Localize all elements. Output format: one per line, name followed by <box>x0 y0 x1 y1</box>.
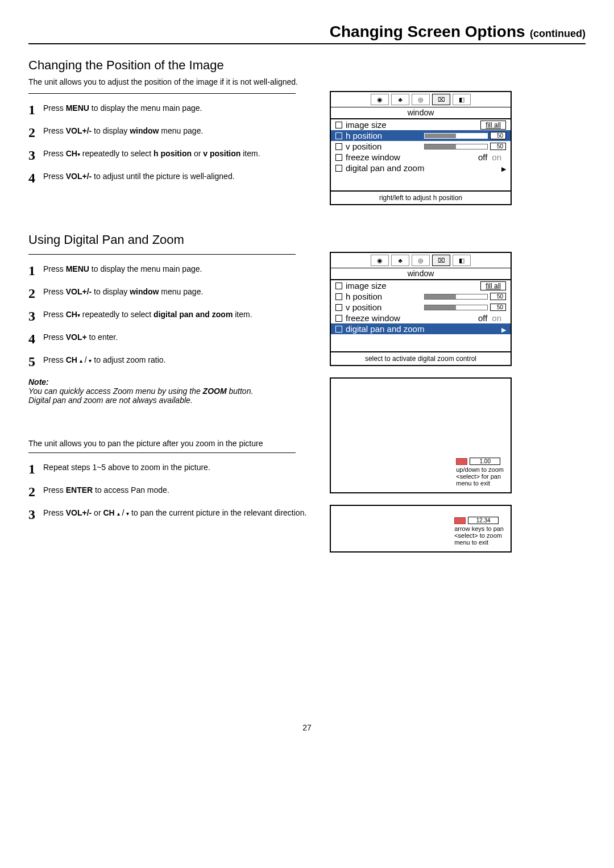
step: 2 Press VOL+/- to display window menu pa… <box>28 126 307 139</box>
step-text: Press VOL+/- to adjust until the picture… <box>43 171 235 182</box>
step: 2 Press VOL+/- to display window menu pa… <box>28 286 307 300</box>
page-header: Changing Screen Options (continued) <box>28 23 586 44</box>
osd-bullet-icon <box>335 315 342 322</box>
step-text: Press ENTER to access Pan mode. <box>43 485 169 496</box>
osd-row-image-size: image size fill all <box>331 280 511 291</box>
page-title: Changing Screen Options <box>330 23 525 40</box>
osd-slider <box>424 144 488 149</box>
zoom-value: 12.34 <box>468 517 499 524</box>
osd-bullet-icon <box>335 283 342 289</box>
step-number: 1 <box>28 462 43 476</box>
zoom-badge-icon <box>454 517 466 524</box>
step: 1 Repeat steps 1~5 above to zoom in the … <box>28 462 307 476</box>
osd-slider <box>424 133 488 139</box>
step-text: Repeat steps 1~5 above to zoom in the pi… <box>43 462 210 474</box>
zoom-overlay: 1.00 up/down to zoom <select> for pan me… <box>456 458 504 487</box>
zoom-hint: arrow keys to pan <box>454 525 504 532</box>
step-text: Press MENU to display the menu main page… <box>43 264 202 275</box>
page-title-continued: (continued) <box>530 28 586 39</box>
zoom-hint: menu to exit <box>454 539 504 546</box>
osd-row-h-position: h position 50 <box>331 291 511 302</box>
step-number: 3 <box>28 148 43 162</box>
chevron-up-icon <box>80 355 82 364</box>
zoom-preview-1: 1.00 up/down to zoom <select> for pan me… <box>330 377 512 493</box>
osd-tab-icon: ♣ <box>391 94 409 105</box>
step-number: 5 <box>28 355 43 368</box>
osd-value: 50 <box>490 143 506 150</box>
osd-value: 50 <box>490 304 506 311</box>
zoom-overlay: 12.34 arrow keys to pan <select> to zoom… <box>454 517 504 546</box>
osd-row-freeze: freeze window off on <box>331 313 511 323</box>
osd-bullet-icon <box>335 143 342 150</box>
step: 5 Press CH / to adjust zoom ratio. <box>28 355 307 368</box>
step-number: 4 <box>28 332 43 346</box>
step: 3 Press CH repeatedly to select digital … <box>28 309 307 323</box>
step-text: Press VOL+/- or CH / to pan the current … <box>43 508 306 519</box>
divider <box>28 93 296 94</box>
osd-tab-icon: ◉ <box>371 94 389 105</box>
zoom-value: 1.00 <box>470 458 500 465</box>
osd-tab-window-icon: ⌧ <box>432 94 450 105</box>
step-text: Press VOL+/- to display window menu page… <box>43 126 203 137</box>
page-number: 27 <box>28 723 586 732</box>
step-text: Press MENU to display the menu main page… <box>43 103 202 114</box>
step: 1 Press MENU to display the menu main pa… <box>28 103 307 117</box>
zoom-preview-2: 12.34 arrow keys to pan <select> to zoom… <box>330 505 512 553</box>
osd-bullet-icon <box>335 165 342 172</box>
osd-tab-icon: ◎ <box>412 94 430 105</box>
note-body: You can quickly access Zoom menu by usin… <box>28 387 307 405</box>
osd-bullet-icon <box>335 304 342 311</box>
osd-bullet-icon <box>335 154 342 161</box>
osd-row-v-position: v position 50 <box>331 302 511 313</box>
osd-row-h-position: h position 50 <box>331 130 511 141</box>
osd-tab-icon: ◧ <box>453 94 471 105</box>
section-title-dpz: Using Digital Pan and Zoom <box>28 232 586 247</box>
zoom-hint: menu to exit <box>456 480 504 487</box>
step-number: 3 <box>28 309 43 323</box>
step: 4 Press VOL+ to enter. <box>28 332 307 346</box>
osd-tab-bar: ◉ ♣ ◎ ⌧ ◧ <box>331 92 511 107</box>
note-heading: Note: <box>28 377 307 387</box>
osd-menu-window-1: ◉ ♣ ◎ ⌧ ◧ window image size fill all h p… <box>330 91 512 205</box>
step: 3 Press VOL+/- or CH / to pan the curren… <box>28 508 307 521</box>
chevron-up-icon <box>117 508 120 517</box>
step-number: 2 <box>28 126 43 139</box>
zoom-badge-icon <box>456 458 467 465</box>
osd-tab-icon: ◧ <box>453 255 471 266</box>
osd-tab-bar: ◉ ♣ ◎ ⌧ ◧ <box>331 253 511 268</box>
osd-value: 50 <box>490 293 506 300</box>
osd-tab-icon: ♣ <box>391 255 409 266</box>
osd-row-image-size: image size fill all <box>331 119 511 130</box>
osd-subtitle: window <box>331 107 511 119</box>
step-text: Press CH / to adjust zoom ratio. <box>43 355 165 366</box>
chevron-right-icon <box>501 324 506 334</box>
osd-row-dpz: digital pan and zoom <box>331 323 511 334</box>
section-title-position: Changing the Position of the Image <box>28 58 586 73</box>
osd-value: fill all <box>480 121 506 130</box>
osd-tab-window-icon: ⌧ <box>432 255 450 266</box>
step-text: Press CH repeatedly to select h position… <box>43 148 260 160</box>
osd-bullet-icon <box>335 132 342 139</box>
divider <box>28 452 296 453</box>
zoom-hint: up/down to zoom <box>456 466 504 473</box>
intro-text: The unit allows you to adjust the positi… <box>28 77 586 86</box>
osd-tab-icon: ◎ <box>412 255 430 266</box>
step: 1 Press MENU to display the menu main pa… <box>28 264 307 277</box>
steps-list: 1 Repeat steps 1~5 above to zoom in the … <box>28 462 307 521</box>
osd-tab-icon: ◉ <box>371 255 389 266</box>
osd-caption: select to activate digital zoom control <box>331 351 511 365</box>
intro-text: The unit allows you to pan the picture a… <box>28 439 307 448</box>
step: 4 Press VOL+/- to adjust until the pictu… <box>28 171 307 185</box>
osd-row-dpz: digital pan and zoom <box>331 163 511 173</box>
osd-caption: right/left to adjust h position <box>331 190 511 204</box>
osd-menu-window-2: ◉ ♣ ◎ ⌧ ◧ window image size fill all h p… <box>330 252 512 366</box>
osd-row-freeze: freeze window off on <box>331 152 511 163</box>
step-number: 2 <box>28 485 43 499</box>
osd-subtitle: window <box>331 268 511 280</box>
step-text: Press VOL+/- to display window menu page… <box>43 286 203 298</box>
zoom-hint: <select> for pan <box>456 473 504 480</box>
zoom-hint: <select> to zoom <box>454 532 504 539</box>
osd-value: 50 <box>490 132 506 139</box>
steps-list: 1 Press MENU to display the menu main pa… <box>28 103 307 185</box>
steps-list: 1 Press MENU to display the menu main pa… <box>28 264 307 368</box>
